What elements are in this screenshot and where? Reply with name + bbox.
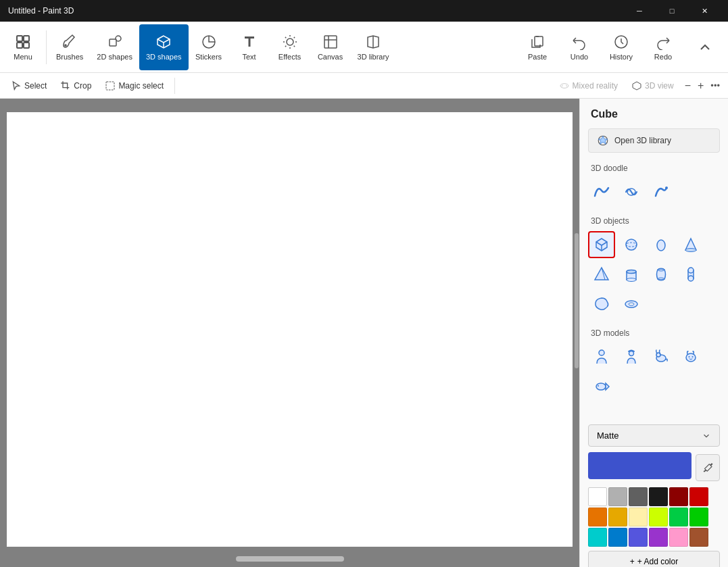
shape-barrel[interactable] <box>648 261 675 288</box>
color-preview-row <box>588 452 720 483</box>
undo-button[interactable]: Undo <box>559 24 600 70</box>
color-purple[interactable] <box>649 528 668 547</box>
toolbar-3dlibrary[interactable]: 3D library <box>351 24 396 70</box>
add-color-button[interactable]: + + Add color <box>588 551 720 567</box>
toolbar-text[interactable]: Text <box>229 24 270 70</box>
history-icon <box>613 34 629 50</box>
shape-cone[interactable] <box>677 231 704 258</box>
crop-icon <box>60 80 71 91</box>
svg-rect-10 <box>535 36 543 46</box>
selected-color-swatch[interactable] <box>588 452 691 479</box>
svg-rect-2 <box>17 43 22 48</box>
color-pink[interactable] <box>669 528 688 547</box>
subtoolbar-right: Mixed reality 3D view − + ••• <box>554 76 723 96</box>
color-lightgray[interactable] <box>608 487 627 506</box>
svg-point-39 <box>598 385 599 387</box>
model-person2[interactable] <box>618 343 645 370</box>
library-panel-icon <box>597 134 609 147</box>
color-brown[interactable] <box>689 528 708 547</box>
svg-point-28 <box>688 276 694 281</box>
brushes-icon <box>62 34 78 50</box>
color-white[interactable] <box>588 487 607 506</box>
model-fish[interactable] <box>588 373 615 400</box>
view-3d-label: 3D view <box>645 81 674 91</box>
crop-label: Crop <box>74 81 91 91</box>
color-black[interactable] <box>649 487 668 506</box>
history-label: History <box>610 53 633 61</box>
model-person1[interactable] <box>588 343 615 370</box>
doodle-freeform1[interactable] <box>588 178 615 205</box>
color-orange[interactable] <box>588 508 607 526</box>
minimize-button[interactable]: ─ <box>624 0 655 22</box>
maximize-button[interactable]: □ <box>656 0 687 22</box>
more-options-button[interactable]: ••• <box>708 78 723 93</box>
collapse-button[interactable] <box>685 24 725 70</box>
close-button[interactable]: ✕ <box>689 0 720 22</box>
doodle-freeform2[interactable] <box>618 178 645 205</box>
separator-1 <box>46 30 47 64</box>
shape-ring[interactable] <box>618 291 645 318</box>
main-area: Cube Open 3D library 3D doodle 3D object… <box>0 99 728 567</box>
toolbar-canvas[interactable]: Canvas <box>310 24 351 70</box>
color-lime[interactable] <box>649 508 668 526</box>
select-icon <box>11 80 22 91</box>
plus-icon: + <box>630 557 635 566</box>
redo-label: Redo <box>654 53 672 61</box>
open-library-button[interactable]: Open 3D library <box>588 128 720 153</box>
doodle-freeform3[interactable] <box>648 178 675 205</box>
toolbar-stickers[interactable]: Stickers <box>189 24 229 70</box>
stickers-label: Stickers <box>195 53 222 61</box>
paste-button[interactable]: Paste <box>517 24 558 70</box>
svg-point-23 <box>627 278 636 282</box>
canvas-surface[interactable] <box>7 112 573 547</box>
chevron-up-icon <box>697 39 713 55</box>
model-animal2[interactable] <box>677 343 704 370</box>
shape-cube[interactable] <box>588 231 615 258</box>
brushes-label: Brushes <box>56 53 83 61</box>
color-red[interactable] <box>689 487 708 506</box>
shape-cylinder[interactable] <box>618 261 645 288</box>
material-label: Matte <box>597 430 619 441</box>
svg-point-13 <box>560 83 568 88</box>
eyedropper-button[interactable] <box>696 454 720 481</box>
color-green2[interactable] <box>689 508 708 526</box>
chevron-down-icon <box>702 431 711 441</box>
toolbar-menu[interactable]: Menu <box>3 24 43 70</box>
color-darkred[interactable] <box>669 487 688 506</box>
svg-point-22 <box>627 270 636 274</box>
color-cream[interactable] <box>629 508 648 526</box>
color-blue[interactable] <box>608 528 627 547</box>
svg-point-32 <box>629 351 634 356</box>
zoom-in-button[interactable]: + <box>695 77 706 95</box>
shape-egg[interactable] <box>648 231 675 258</box>
toolbar-effects[interactable]: Effects <box>270 24 310 70</box>
select-tool[interactable]: Select <box>5 76 52 96</box>
crop-tool[interactable]: Crop <box>55 76 97 96</box>
canvas-area[interactable] <box>0 99 579 567</box>
material-dropdown[interactable]: Matte <box>588 424 720 447</box>
color-purpleblue[interactable] <box>629 528 648 547</box>
toolbar-3dshapes[interactable]: 3D shapes <box>139 24 189 70</box>
redo-button[interactable]: Redo <box>643 24 683 70</box>
2dshapes-icon <box>107 34 123 50</box>
shape-pyramid[interactable] <box>588 261 615 288</box>
view-3d-tool[interactable]: 3D view <box>626 76 679 96</box>
shape-capsule[interactable] <box>677 261 704 288</box>
shape-sphere[interactable] <box>618 231 645 258</box>
color-teal[interactable] <box>588 528 607 547</box>
scrollbar-vertical[interactable] <box>574 99 579 547</box>
history-button[interactable]: History <box>601 24 641 70</box>
mixed-reality-label: Mixed reality <box>573 81 618 91</box>
objects-shape-grid <box>580 228 728 323</box>
color-green[interactable] <box>669 508 688 526</box>
color-gray[interactable] <box>629 487 648 506</box>
color-gold[interactable] <box>608 508 627 526</box>
scrollbar-horizontal[interactable] <box>236 556 344 562</box>
shape-blob[interactable] <box>588 291 615 318</box>
toolbar-2dshapes[interactable]: 2D shapes <box>90 24 139 70</box>
model-animal1[interactable] <box>648 343 675 370</box>
magic-select-tool[interactable]: Magic select <box>99 76 169 96</box>
toolbar-brushes[interactable]: Brushes <box>49 24 90 70</box>
svg-rect-9 <box>324 36 337 48</box>
zoom-out-button[interactable]: − <box>682 77 694 95</box>
